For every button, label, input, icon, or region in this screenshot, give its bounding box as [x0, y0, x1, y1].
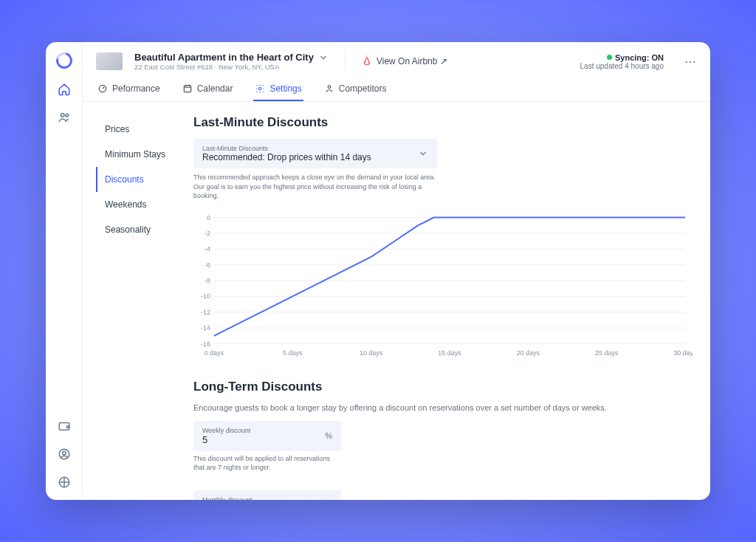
subnav-discounts[interactable]: Discounts [96, 167, 186, 192]
svg-text:5 days: 5 days [283, 349, 303, 357]
svg-text:-14: -14 [201, 324, 210, 332]
tab-settings[interactable]: Settings [253, 78, 303, 101]
lastminute-hint: This recommended approach keeps a close … [193, 173, 437, 201]
header: Beautiful Apartment in the Heart of City… [83, 42, 710, 102]
main-panel: Beautiful Apartment in the Heart of City… [83, 42, 710, 500]
svg-text:10 days: 10 days [360, 349, 383, 357]
property-selector[interactable]: Beautiful Apartment in the Heart of City [134, 52, 329, 63]
tabs: Peformance Calendar Settings Competitors [96, 78, 697, 101]
subnav-minimum-stays[interactable]: Minimum Stays [96, 142, 186, 167]
svg-text:0 days: 0 days [205, 349, 224, 357]
app-window: Beautiful Apartment in the Heart of City… [46, 42, 710, 500]
svg-point-0 [61, 114, 64, 117]
svg-text:30 days: 30 days [673, 349, 693, 357]
app-logo [52, 49, 75, 72]
tab-label: Competitors [339, 83, 387, 94]
tab-label: Peformance [112, 83, 160, 94]
svg-point-8 [259, 87, 262, 90]
svg-text:-10: -10 [201, 292, 210, 300]
subnav-seasonality[interactable]: Seasonality [96, 217, 186, 242]
tab-competitors[interactable]: Competitors [323, 78, 388, 101]
weekly-discount-input[interactable]: Weekly discount 5 % [193, 421, 341, 451]
divider [345, 51, 346, 72]
svg-text:0: 0 [207, 213, 210, 221]
left-rail [46, 42, 83, 500]
input-label: Weekly discount [202, 427, 332, 434]
sync-status: Syncing: ON Last updated 4 hours ago [580, 53, 664, 70]
tab-label: Settings [269, 83, 301, 94]
gauge-icon [97, 83, 108, 94]
svg-text:15 days: 15 days [438, 349, 461, 357]
property-subtitle: 22 East Cost Street #618 · New York, NY,… [134, 63, 329, 71]
longterm-heading: Long-Term Discounts [193, 380, 693, 394]
view-on-airbnb-link[interactable]: View On Airbnb ↗ [362, 56, 447, 66]
subnav-weekends[interactable]: Weekends [96, 192, 186, 217]
tab-label: Calendar [197, 83, 233, 94]
svg-rect-7 [184, 86, 190, 92]
svg-text:-2: -2 [205, 230, 210, 237]
home-icon[interactable] [57, 82, 72, 97]
account-icon[interactable] [57, 447, 72, 462]
airbnb-link-label: View On Airbnb ↗ [377, 56, 447, 66]
svg-text:-12: -12 [201, 309, 210, 316]
svg-point-9 [328, 86, 331, 89]
svg-text:25 days: 25 days [595, 349, 619, 357]
lastminute-select[interactable]: Last-Minute Discounts Recommended: Drop … [193, 139, 437, 168]
sync-indicator-dot [607, 55, 612, 60]
property-thumbnail [96, 52, 123, 70]
input-label: Monthly discount [202, 496, 332, 500]
sync-updated-label: Last updated 4 hours ago [580, 62, 664, 70]
svg-text:-8: -8 [205, 277, 210, 284]
monthly-discount-input[interactable]: Monthly discount 15 % [193, 490, 341, 500]
settings-subnav: Prices Minimum Stays Discounts Weekends … [83, 102, 186, 500]
help-icon[interactable] [57, 475, 72, 490]
tab-calendar[interactable]: Calendar [181, 78, 235, 101]
competitors-icon [324, 83, 334, 94]
select-value: Recommended: Drop prices within 14 days [202, 152, 428, 162]
more-button[interactable]: ⋯ [684, 55, 697, 69]
calendar-icon [182, 83, 193, 94]
svg-point-1 [65, 114, 68, 117]
input-suffix: % [325, 431, 332, 440]
chevron-down-icon [318, 52, 329, 63]
svg-text:-16: -16 [201, 340, 210, 347]
content-area: Last-Minute Discounts Last-Minute Discou… [186, 102, 710, 500]
chevron-down-icon [418, 148, 428, 159]
weekly-hint: This discount will be applied to all res… [193, 454, 341, 473]
svg-text:20 days: 20 days [517, 349, 540, 357]
airbnb-icon [362, 56, 372, 66]
lastminute-chart: 0-2-4-6-8-10-12-14-160 days5 days10 days… [193, 211, 693, 359]
lastminute-heading: Last-Minute Discounts [193, 115, 693, 130]
people-icon[interactable] [57, 110, 72, 125]
svg-text:-4: -4 [205, 245, 210, 253]
longterm-description: Encourage guests to book a longer stay b… [193, 403, 693, 412]
settings-icon [255, 83, 265, 94]
property-title: Beautiful Apartment in the Heart of City [134, 52, 314, 63]
tab-performance[interactable]: Peformance [96, 78, 162, 101]
input-value: 5 [202, 434, 332, 445]
svg-point-4 [62, 451, 66, 455]
sync-status-label: Syncing: ON [615, 53, 664, 62]
subnav-prices[interactable]: Prices [96, 117, 186, 142]
svg-text:-6: -6 [205, 261, 210, 268]
wallet-icon[interactable] [57, 419, 72, 433]
select-label: Last-Minute Discounts [202, 145, 428, 152]
